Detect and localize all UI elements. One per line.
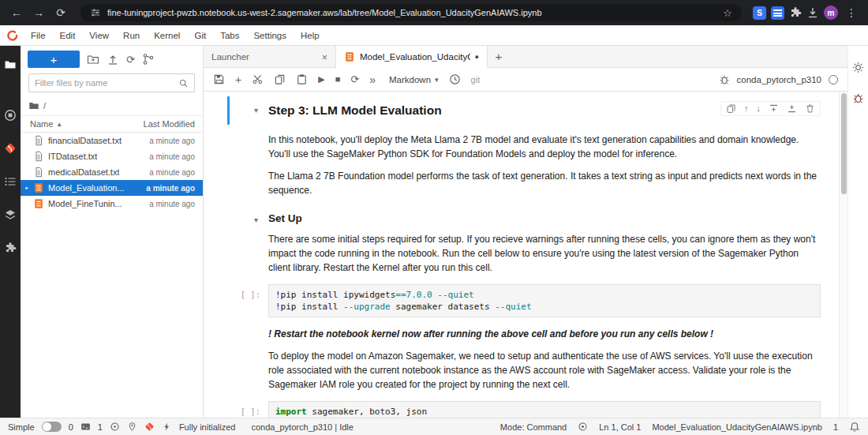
right-activity-bar — [847, 46, 868, 418]
menu-settings[interactable]: Settings — [246, 31, 294, 40]
tab-launcher[interactable]: Launcher × — [204, 46, 336, 68]
cell-type-dropdown[interactable]: Markdown ▾ — [389, 75, 439, 84]
breadcrumb-root[interactable]: / — [43, 101, 46, 111]
jumpstart-icon[interactable] — [4, 208, 17, 221]
notification-bell-icon[interactable] — [849, 422, 860, 433]
plus-icon: + — [51, 54, 58, 66]
duplicate-cell-icon[interactable] — [726, 103, 736, 114]
file-row-model-finetuning[interactable]: Model_FineTunin... a minute ago — [21, 196, 203, 212]
initialized-bolt-icon — [162, 422, 172, 432]
address-bar[interactable]: fine-tuningproject-pwzb.notebook.us-west… — [80, 4, 742, 21]
accessibility-target-icon[interactable] — [578, 422, 588, 432]
new-launcher-button[interactable]: + — [28, 51, 80, 68]
code-cell-imports[interactable]: [ ]: import sagemaker, boto3, json — [268, 401, 821, 418]
git-sidebar-icon[interactable] — [4, 142, 17, 155]
menu-kernel[interactable]: Kernel — [147, 31, 187, 40]
cursor-position[interactable]: Ln 1, Col 1 — [599, 422, 641, 432]
code-editor[interactable]: !pip install ipywidgets==7.0.0 --quiet !… — [268, 284, 821, 317]
upload-icon[interactable] — [107, 53, 119, 66]
restart-run-all-icon[interactable]: » — [369, 74, 376, 85]
delete-cell-icon[interactable] — [805, 103, 815, 114]
markdown-cell-step3[interactable]: ▾ Step 3: LLM Model Evaluation ↑ ↓ — [268, 99, 821, 122]
terminal-icon[interactable] — [80, 422, 91, 432]
refresh-icon[interactable]: ⟳ — [126, 54, 135, 65]
extension-manager-icon[interactable] — [4, 242, 17, 254]
file-row-model-evaluation[interactable]: ● Model_Evaluation... a minute ago — [21, 180, 203, 196]
new-tab-button[interactable]: + — [488, 46, 510, 67]
kernel-status-text[interactable]: conda_pytorch_p310 | Idle — [251, 422, 353, 432]
tab-notebook[interactable]: Model_Evaluation_UdacityGe ● — [336, 46, 488, 68]
column-name[interactable]: Name — [30, 119, 53, 129]
forward-icon[interactable]: → — [30, 0, 47, 25]
markdown-paragraph[interactable]: There are some initial steps required fo… — [268, 232, 821, 275]
filter-files-input[interactable] — [35, 78, 175, 88]
markdown-note[interactable]: ! Restart the notebook kernel now after … — [268, 328, 821, 339]
markdown-cell-setup[interactable]: ▾ Set Up — [268, 210, 821, 226]
menu-view[interactable]: View — [82, 31, 116, 40]
extension-s-icon[interactable]: S — [753, 6, 766, 20]
run-icon[interactable]: ▶ — [318, 75, 324, 84]
heading-collapser-icon[interactable]: ▾ — [254, 107, 258, 114]
command-mode-label[interactable]: Mode: Command — [500, 422, 567, 432]
text-file-icon — [33, 135, 44, 146]
site-info-icon[interactable] — [90, 7, 101, 18]
property-inspector-gear-icon[interactable] — [852, 62, 864, 73]
location-pin-icon[interactable] — [127, 422, 137, 432]
file-row-medical[interactable]: medicalDataset.txt a minute ago — [21, 164, 203, 180]
git-clone-icon[interactable] — [142, 53, 155, 66]
move-cell-up-icon[interactable]: ↑ — [744, 104, 749, 113]
menu-git[interactable]: Git — [187, 31, 213, 40]
menu-edit[interactable]: Edit — [53, 31, 83, 40]
home-folder-icon[interactable] — [28, 100, 39, 111]
download-icon[interactable] — [806, 6, 819, 19]
file-browser-tab-icon[interactable] — [4, 58, 17, 71]
menu-tabs[interactable]: Tabs — [213, 31, 246, 40]
running-kernels-icon[interactable] — [4, 109, 17, 122]
sort-arrow-icon: ▲ — [56, 121, 62, 128]
kernel-sessions-icon[interactable] — [110, 422, 120, 432]
execution-prompt: [ ]: — [207, 290, 260, 299]
file-row-it[interactable]: ITDataset.txt a minute ago — [21, 148, 203, 164]
insert-cell-above-icon[interactable] — [769, 103, 779, 114]
profile-avatar[interactable]: m — [824, 6, 838, 20]
interrupt-icon[interactable]: ■ — [335, 75, 341, 84]
cut-icon[interactable] — [252, 73, 264, 85]
debugger-sidebar-icon[interactable] — [852, 92, 864, 104]
debugger-bug-icon[interactable] — [719, 74, 730, 85]
menu-file[interactable]: File — [24, 31, 53, 40]
kernel-name[interactable]: conda_pytorch_p310 — [737, 75, 821, 84]
menu-help[interactable]: Help — [294, 31, 327, 40]
file-row-financial[interactable]: financialDataset.txt a minute ago — [21, 133, 203, 148]
search-icon — [178, 78, 189, 88]
insert-cell-below-icon[interactable] — [787, 103, 797, 114]
insert-cell-icon[interactable]: + — [235, 74, 241, 85]
vertical-scrollbar[interactable] — [839, 92, 847, 418]
restart-kernel-icon[interactable]: ⟳ — [350, 74, 359, 84]
column-last-modified[interactable]: Last Modified — [144, 119, 195, 129]
git-status-icon[interactable] — [144, 422, 155, 432]
move-cell-down-icon[interactable]: ↓ — [757, 104, 761, 113]
history-clock-icon[interactable] — [449, 73, 461, 85]
extensions-puzzle-icon[interactable] — [789, 6, 802, 19]
markdown-paragraph[interactable]: The Llama 2 7B Foundation model performs… — [268, 169, 821, 197]
copy-icon[interactable] — [274, 73, 286, 85]
close-icon[interactable]: × — [321, 51, 327, 63]
markdown-paragraph[interactable]: In this notebook, you'll deploy the Meta… — [268, 133, 821, 161]
save-icon[interactable] — [213, 73, 225, 85]
new-folder-icon[interactable] — [87, 53, 99, 66]
menu-run[interactable]: Run — [116, 31, 147, 40]
reload-icon[interactable]: ⟳ — [52, 0, 69, 25]
browser-menu-icon[interactable]: ⋮ — [843, 0, 860, 25]
table-of-contents-icon[interactable] — [4, 175, 17, 188]
simple-mode-toggle[interactable] — [42, 422, 62, 432]
markdown-paragraph[interactable]: To deploy the model on Amazon Sagemaker,… — [268, 349, 821, 392]
paste-icon[interactable] — [296, 73, 308, 85]
scrollbar-thumb[interactable] — [841, 93, 847, 194]
code-cell-pip-install[interactable]: [ ]: !pip install ipywidgets==7.0.0 --qu… — [268, 284, 821, 317]
code-editor[interactable]: import sagemaker, boto3, json — [268, 401, 821, 418]
kernel-status-icon[interactable] — [829, 75, 838, 84]
heading-collapser-icon[interactable]: ▾ — [254, 216, 258, 224]
extension-notes-icon[interactable] — [771, 6, 784, 20]
bookmark-star-icon[interactable]: ☆ — [723, 7, 732, 19]
back-icon[interactable]: ← — [8, 0, 25, 25]
